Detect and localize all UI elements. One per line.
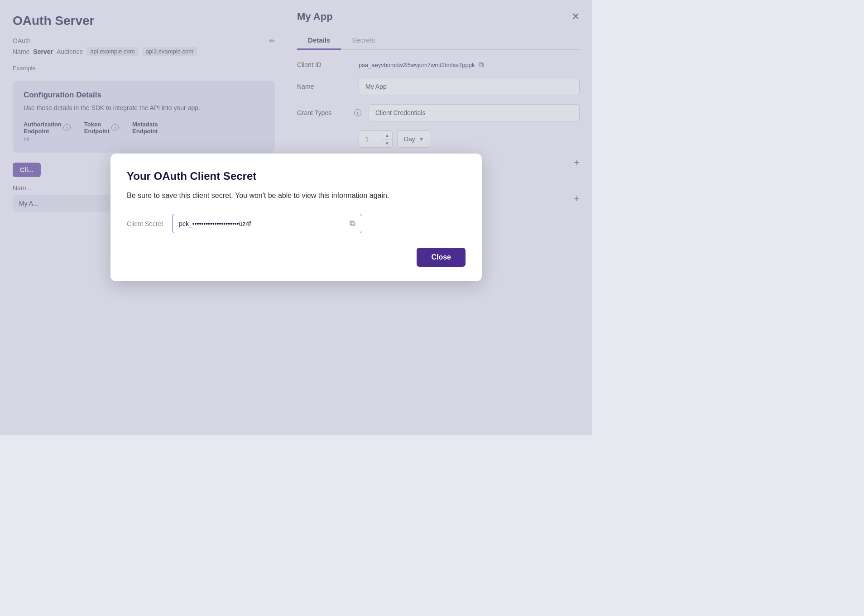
client-secret-box: pck_•••••••••••••••••••••uz4f ⧉ xyxy=(172,214,362,233)
modal-overlay: Your OAuth Client Secret Be sure to save… xyxy=(0,0,592,435)
modal-description: Be sure to save this client secret. You … xyxy=(127,190,466,202)
client-secret-label: Client Secret xyxy=(127,220,163,227)
modal: Your OAuth Client Secret Be sure to save… xyxy=(110,154,482,282)
close-modal-button[interactable]: Close xyxy=(417,248,466,267)
client-secret-copy-icon[interactable]: ⧉ xyxy=(350,219,355,228)
modal-secret-row: Client Secret pck_•••••••••••••••••••••u… xyxy=(127,214,466,233)
client-secret-value: pck_•••••••••••••••••••••uz4f xyxy=(179,220,345,227)
modal-title: Your OAuth Client Secret xyxy=(127,170,466,183)
modal-actions: Close xyxy=(127,248,466,267)
